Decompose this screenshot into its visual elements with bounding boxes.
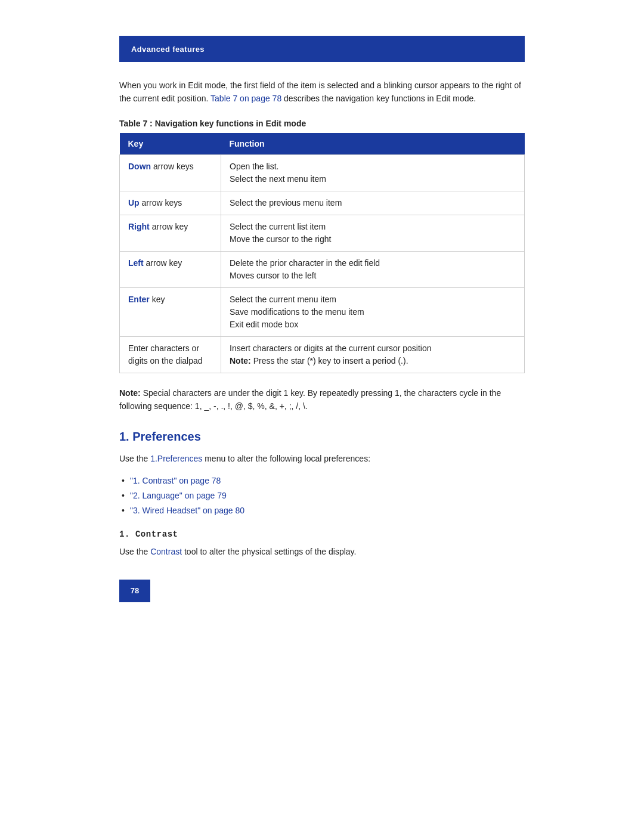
bullet-link[interactable]: "1. Contrast" on page 78: [130, 476, 221, 485]
key-plain-text: arrow key: [150, 222, 188, 231]
function-note-bold: Note:: [230, 356, 251, 366]
contrast-body: Use the Contrast tool to alter the physi…: [119, 545, 525, 558]
col-header-key: Key: [120, 133, 221, 155]
preferences-heading: 1. Preferences: [119, 430, 525, 444]
key-bold-text: Down: [128, 162, 151, 171]
table-row: Enter characters or digits on the dialpa…: [120, 336, 525, 373]
table-row: Enter keySelect the current menu itemSav…: [120, 287, 525, 336]
key-plain-text: arrow keys: [140, 198, 182, 208]
table-cell-function: Insert characters or digits at the curre…: [221, 336, 525, 373]
list-item: "1. Contrast" on page 78: [130, 473, 525, 488]
function-line: Move the cursor to the right: [230, 234, 331, 244]
preferences-intro: Use the 1.Preferences menu to alter the …: [119, 452, 525, 465]
list-item: "2. Language" on page 79: [130, 488, 525, 503]
table-cell-key: Up arrow keys: [120, 191, 221, 215]
function-line: Insert characters or digits at the curre…: [230, 343, 431, 353]
table-caption: Table 7 : Navigation key functions in Ed…: [119, 119, 525, 128]
table-row: Right arrow keySelect the current list i…: [120, 215, 525, 251]
table-cell-function: Delete the prior character in the edit f…: [221, 251, 525, 287]
prefs-intro-text2: menu to alter the following local prefer…: [205, 454, 370, 463]
key-bold-text: Left: [128, 258, 144, 268]
table-cell-function: Select the current menu itemSave modific…: [221, 287, 525, 336]
function-note: Note: Press the star (*) key to insert a…: [230, 356, 408, 366]
table-header-row: Key Function: [120, 133, 525, 155]
table-cell-key: Down arrow keys: [120, 154, 221, 191]
key-plain-text: key: [150, 295, 165, 304]
function-line: Save modifications to the menu item: [230, 307, 364, 317]
key-bold-text: Right: [128, 222, 150, 231]
table-cell-function: Open the list.Select the next menu item: [221, 154, 525, 191]
bullet-link[interactable]: "2. Language" on page 79: [130, 491, 227, 500]
table-row: Up arrow keysSelect the previous menu it…: [120, 191, 525, 215]
contrast-body-before: Use the: [119, 547, 150, 556]
header-banner-title: Advanced features: [131, 45, 205, 54]
page-number-box: 78: [119, 580, 150, 602]
table-cell-key: Right arrow key: [120, 215, 221, 251]
table-cell-function: Select the previous menu item: [221, 191, 525, 215]
note-text: Special characters are under the digit 1…: [119, 388, 501, 411]
function-line: Moves cursor to the left: [230, 271, 317, 280]
contrast-link[interactable]: Contrast: [150, 547, 182, 556]
sub-heading-contrast: 1. Contrast: [119, 529, 525, 539]
function-line: Open the list.: [230, 162, 279, 171]
function-line: Exit edit mode box: [230, 320, 298, 329]
list-item: "3. Wired Headset" on page 80: [130, 503, 525, 518]
table-cell-key: Left arrow key: [120, 251, 221, 287]
function-note-text: Press the star (*) key to insert a perio…: [251, 356, 408, 366]
note-bold-label: Note:: [119, 388, 141, 398]
navigation-table: Key Function Down arrow keysOpen the lis…: [119, 133, 525, 373]
table-row: Left arrow keyDelete the prior character…: [120, 251, 525, 287]
table-cell-key: Enter characters or digits on the dialpa…: [120, 336, 221, 373]
function-line: Select the previous menu item: [230, 198, 342, 208]
intro-paragraph: When you work in Edit mode, the first fi…: [119, 79, 525, 106]
contrast-body-after: tool to alter the physical settings of t…: [182, 547, 356, 556]
key-plain-text: arrow key: [144, 258, 182, 268]
table7-link[interactable]: Table 7 on page 78: [210, 94, 281, 103]
preferences-link[interactable]: 1.Preferences: [150, 454, 202, 463]
preferences-bullet-list: "1. Contrast" on page 78"2. Language" on…: [119, 473, 525, 519]
function-line: Select the next menu item: [230, 174, 326, 184]
key-bold-text: Enter: [128, 295, 150, 304]
table-row: Down arrow keysOpen the list.Select the …: [120, 154, 525, 191]
page-number: 78: [131, 586, 139, 595]
header-banner: Advanced features: [119, 36, 525, 62]
intro-text-after: describes the navigation key functions i…: [284, 94, 476, 103]
col-header-function: Function: [221, 133, 525, 155]
page-container: Advanced features When you work in Edit …: [95, 0, 549, 638]
table-cell-key: Enter key: [120, 287, 221, 336]
function-line: Delete the prior character in the edit f…: [230, 258, 380, 268]
bullet-link[interactable]: "3. Wired Headset" on page 80: [130, 506, 244, 515]
function-line: Select the current list item: [230, 222, 326, 231]
key-bold-text: Up: [128, 198, 140, 208]
key-plain-text: arrow keys: [151, 162, 194, 171]
note-after-table: Note: Special characters are under the d…: [119, 386, 525, 413]
prefs-intro-text1: Use the: [119, 454, 148, 463]
key-plain-text: Enter characters or digits on the dialpa…: [128, 343, 203, 366]
table-cell-function: Select the current list itemMove the cur…: [221, 215, 525, 251]
function-line: Select the current menu item: [230, 295, 336, 304]
